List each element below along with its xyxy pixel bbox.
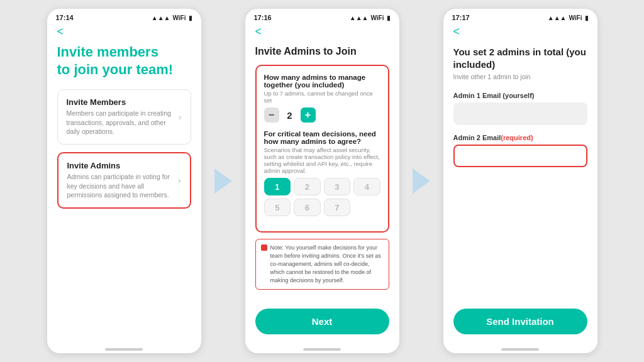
- signal-icon-1: ▲▲▲: [152, 14, 170, 21]
- wifi-icon-3: WiFi: [569, 14, 582, 21]
- agree-btn-2[interactable]: 2: [294, 178, 321, 195]
- agree-btn-7[interactable]: 7: [324, 199, 351, 216]
- arrow-shape-1: [214, 168, 232, 194]
- invite-admins-desc: Admins can participate in voting for key…: [67, 172, 178, 200]
- chevron-right-members: ›: [179, 112, 182, 122]
- time-2: 17:16: [254, 14, 272, 21]
- screen2-content: < Invite Admins to Join How many admins …: [245, 24, 399, 344]
- status-icons-2: ▲▲▲ WiFi ▮: [350, 14, 391, 21]
- phone-screen-1: 17:14 ▲▲▲ WiFi ▮ < Invite membersto join…: [47, 9, 201, 353]
- back-button-1[interactable]: <: [57, 25, 191, 38]
- phone-screen-3: 17:17 ▲▲▲ WiFi ▮ < You set 2 admins in t…: [443, 9, 597, 353]
- admin2-email-field[interactable]: [453, 145, 587, 167]
- screen1-content: < Invite membersto join your team! Invit…: [47, 24, 201, 344]
- agree-section: For critical team decisions, need how ma…: [264, 130, 380, 216]
- note-text: Note: You yourself make decisions for yo…: [270, 244, 384, 285]
- home-indicator-2: [245, 344, 399, 353]
- signal-icon-3: ▲▲▲: [548, 14, 567, 21]
- battery-icon-3: ▮: [585, 14, 589, 21]
- invite-admins-text: Invite Admins Admins can participate in …: [67, 161, 178, 200]
- arrow-shape-2: [413, 168, 430, 194]
- agree-btn-4[interactable]: 4: [353, 178, 380, 195]
- invite-admins-title: Invite Admins: [67, 161, 178, 170]
- agree-grid: 1 2 3 4 5 6 7: [264, 178, 380, 216]
- note-checkbox: [261, 244, 267, 251]
- admins-count-sub: Up to 7 admins, cannot be changed once s…: [264, 90, 380, 104]
- home-bar-3: [501, 348, 539, 351]
- status-bar-1: 17:14 ▲▲▲ WiFi ▮: [47, 9, 201, 24]
- counter-minus-btn[interactable]: −: [264, 107, 279, 123]
- admin2-label: Admin 2 Email(required): [453, 134, 587, 141]
- admins-count-section: How many admins to manage together (you …: [264, 74, 380, 123]
- time-1: 17:14: [56, 14, 74, 21]
- send-invitation-button[interactable]: Send Invitation: [453, 309, 587, 334]
- admin2-label-text: Admin 2 Email: [453, 134, 501, 141]
- screen1-title: Invite membersto join your team!: [57, 43, 191, 78]
- chevron-right-admins: ›: [178, 175, 181, 185]
- admin1-label: Admin 1 Email (yourself): [453, 92, 587, 99]
- home-indicator-3: [443, 344, 597, 353]
- signal-icon-2: ▲▲▲: [350, 14, 369, 21]
- invite-members-card[interactable]: Invite Members Members can participate i…: [57, 89, 191, 145]
- admins-count-label: How many admins to manage together (you …: [264, 74, 380, 89]
- screens-container: 17:14 ▲▲▲ WiFi ▮ < Invite membersto join…: [0, 0, 644, 362]
- agree-btn-3[interactable]: 3: [324, 178, 351, 195]
- status-icons-3: ▲▲▲ WiFi ▮: [548, 14, 589, 21]
- arrow-connector-1: [213, 168, 234, 194]
- screen2-title: Invite Admins to Join: [255, 46, 389, 57]
- note-box: Note: You yourself make decisions for yo…: [255, 239, 389, 290]
- config-box: How many admins to manage together (you …: [255, 65, 389, 233]
- required-badge: (required): [501, 134, 533, 141]
- battery-icon-1: ▮: [189, 14, 192, 21]
- arrow-connector-2: [411, 168, 432, 194]
- counter-value: 2: [284, 110, 296, 121]
- home-indicator-1: [47, 344, 201, 353]
- screen3-content: < You set 2 admins in total (you include…: [443, 24, 597, 344]
- invite-members-desc: Members can participate in creating tran…: [67, 109, 179, 136]
- back-button-2[interactable]: <: [255, 25, 389, 38]
- next-button[interactable]: Next: [255, 309, 389, 334]
- counter-row: − 2 +: [264, 107, 380, 123]
- phone-screen-2: 17:16 ▲▲▲ WiFi ▮ < Invite Admins to Join…: [245, 9, 399, 353]
- invite-members-text: Invite Members Members can participate i…: [67, 97, 179, 136]
- agree-btn-6[interactable]: 6: [294, 199, 321, 216]
- agree-label: For critical team decisions, need how ma…: [264, 130, 380, 145]
- invite-members-title: Invite Members: [67, 97, 179, 107]
- status-icons-1: ▲▲▲ WiFi ▮: [152, 14, 192, 21]
- status-bar-2: 17:16 ▲▲▲ WiFi ▮: [245, 9, 399, 24]
- back-button-3[interactable]: <: [453, 25, 587, 38]
- agree-btn-1[interactable]: 1: [264, 178, 291, 195]
- battery-icon-2: ▮: [387, 14, 391, 21]
- screen3-title: You set 2 admins in total (you included): [453, 46, 587, 70]
- counter-plus-btn[interactable]: +: [301, 107, 316, 123]
- agree-btn-5[interactable]: 5: [264, 199, 291, 216]
- invite-admins-card[interactable]: Invite Admins Admins can participate in …: [57, 152, 191, 209]
- screen3-subtitle: Invite other 1 admin to join: [453, 73, 587, 80]
- wifi-icon-2: WiFi: [370, 14, 384, 21]
- admin1-email-field[interactable]: [453, 102, 587, 125]
- wifi-icon-1: WiFi: [172, 14, 186, 21]
- home-bar-1: [105, 348, 143, 351]
- time-3: 17:17: [452, 14, 470, 21]
- status-bar-3: 17:17 ▲▲▲ WiFi ▮: [443, 9, 597, 24]
- agree-sub: Scenarios that may affect asset security…: [264, 146, 380, 174]
- home-bar-2: [303, 348, 341, 351]
